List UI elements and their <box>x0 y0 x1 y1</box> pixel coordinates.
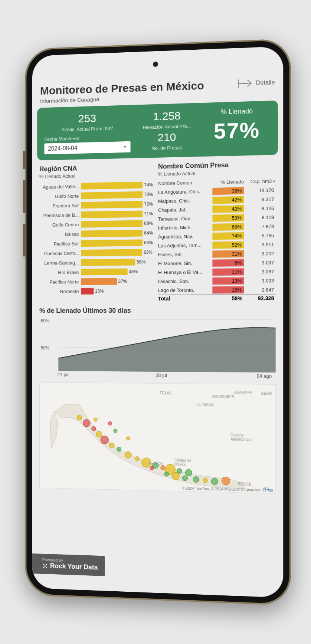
svg-point-12 <box>135 457 140 461</box>
region-pct: 73% <box>144 192 153 197</box>
presa-pct: 11% <box>212 268 244 276</box>
presa-pct: 18% <box>212 286 244 293</box>
region-bar <box>81 211 143 218</box>
trend-xtick-0: 21 jul <box>57 372 68 377</box>
region-row[interactable]: Cuencas Centr...63% <box>39 247 153 258</box>
presa-pct: 13% <box>212 277 244 285</box>
region-name: Pacífico Norte <box>39 279 81 285</box>
presa-pct: 74% <box>212 232 244 240</box>
region-row[interactable]: Balsas64% <box>39 228 153 239</box>
presa-total-pct: 58% <box>212 295 244 301</box>
svg-point-5 <box>83 420 90 427</box>
table-row[interactable]: Huites, Sin.31%3.202 <box>158 249 276 259</box>
presa-name: Malpaso, Chis. <box>158 197 212 204</box>
svg-point-19 <box>150 466 154 470</box>
table-row[interactable]: Lago de Toronto,18%2.847 <box>158 285 276 295</box>
region-name: Lerma-Santiag... <box>39 260 81 266</box>
svg-rect-34 <box>45 566 47 568</box>
region-row[interactable]: Lerma-Santiag...56% <box>39 257 153 267</box>
brand-icon <box>42 563 48 569</box>
map-terms-link[interactable]: Terms <box>263 488 273 493</box>
region-name: Frontera Sur <box>39 203 81 209</box>
region-chart: Región CNA % Llenado Actual Aguas del Va… <box>39 163 153 302</box>
kpi-presas-label: No. de Presas <box>134 144 200 151</box>
phone-screen: Monitoreo de Presas en México Informació… <box>32 46 283 598</box>
region-name: Pacífico Sur <box>39 241 81 247</box>
presa-pct: 69% <box>212 223 244 230</box>
svg-point-23 <box>193 476 199 482</box>
presa-pct: 52% <box>212 241 244 249</box>
svg-point-22 <box>182 476 187 481</box>
region-pct: 37% <box>118 279 127 284</box>
trend-xtick-1: 28 jul <box>156 372 167 378</box>
detail-button[interactable]: Detalle <box>238 77 275 89</box>
presa-col-pct[interactable]: % Llenado <box>212 179 244 185</box>
region-bar <box>81 239 143 247</box>
svg-point-20 <box>164 472 169 476</box>
region-pct: 64% <box>144 230 153 236</box>
trend-xtick-2: 04 ago <box>257 373 272 379</box>
table-row[interactable]: El Mahoné, Sin.6%3.097 <box>158 258 276 268</box>
presa-cap: 8.126 <box>244 205 275 211</box>
kpi-elev: 1.258 Elevación Actual Pro... <box>134 109 200 130</box>
trend-chart[interactable]: 60% 50% <box>39 316 276 373</box>
powered-by-badge[interactable]: Powered by Rock Your Data <box>32 553 105 576</box>
svg-point-26 <box>222 477 230 485</box>
presa-name: La Angostura, Chis. <box>158 188 212 195</box>
kpi-band: 253 Almac. Actual Prom. hm³ 1.258 Elevac… <box>37 101 278 161</box>
presa-cap: 5.785 <box>244 232 275 238</box>
presa-col-cap[interactable]: Cap. hm3 <box>244 178 275 185</box>
kpi-presas: 210 No. de Presas <box>134 130 200 152</box>
presa-pct: 42% <box>212 205 244 213</box>
region-row[interactable]: Pacífico Sur64% <box>39 238 153 249</box>
phone-volume-up <box>23 180 26 213</box>
presa-cap: 9.317 <box>244 196 275 203</box>
region-bar <box>81 249 142 256</box>
region-name: Río Bravo <box>39 269 81 275</box>
map-label-georgia: GEOR <box>261 391 272 395</box>
presa-pct: 42% <box>212 196 244 204</box>
region-name: Balsas <box>39 231 81 237</box>
svg-rect-32 <box>43 566 45 568</box>
region-row[interactable]: Golfo Centro68% <box>39 218 153 230</box>
table-row[interactable]: Las Adjuntas, Tam...52%3.911 <box>158 240 276 250</box>
region-row[interactable]: Noroeste13% <box>39 286 153 296</box>
presa-name: Chapala, Jal. <box>158 206 212 213</box>
presa-name: Las Adjuntas, Tam... <box>158 242 212 249</box>
table-row[interactable]: Oviachic, Son.13%3.023 <box>158 276 276 286</box>
region-name: Península de B... <box>39 212 81 218</box>
region-row[interactable]: Río Bravo48% <box>39 267 153 277</box>
phone-volume-down <box>23 224 26 256</box>
map-section: TEXAS ALABAMA MISSISSIPPI GEOR LUISIANA … <box>37 382 278 494</box>
svg-point-15 <box>161 466 165 470</box>
presa-cap: 3.023 <box>244 278 275 284</box>
region-bar <box>81 182 143 190</box>
presa-col-name[interactable]: Nombre Comun <box>158 180 212 186</box>
date-select[interactable] <box>44 141 130 154</box>
svg-line-0 <box>239 83 251 83</box>
svg-point-30 <box>94 418 98 421</box>
region-name: Aguas del Valle... <box>39 183 81 190</box>
presa-total-label: Total <box>158 295 212 302</box>
table-row[interactable]: El Humaya o El Va...11%3.087 <box>158 267 276 277</box>
presa-cap: 2.847 <box>244 287 275 293</box>
presa-total-cap: 92.328 <box>244 295 275 302</box>
map-canvas[interactable]: TEXAS ALABAMA MISSISSIPPI GEOR LUISIANA … <box>39 382 276 493</box>
trend-ytick-0: 60% <box>41 318 49 323</box>
region-pct: 48% <box>129 269 138 274</box>
svg-point-6 <box>92 427 96 431</box>
presa-pct: 31% <box>212 250 244 257</box>
region-bar <box>81 288 94 295</box>
region-row[interactable]: Pacífico Norte37% <box>39 276 153 287</box>
svg-rect-31 <box>45 564 47 565</box>
svg-point-11 <box>125 451 131 458</box>
detail-label: Detalle <box>256 79 275 86</box>
table-row[interactable]: Aguamilpa, Nay.74%5.785 <box>158 231 276 241</box>
phone-mute-switch <box>23 151 26 169</box>
region-bar <box>81 230 143 237</box>
region-pct: 63% <box>144 250 153 255</box>
presa-name: El Humaya o El Va... <box>158 269 212 275</box>
region-pct: 13% <box>95 289 104 294</box>
trend-section: % de Llenado Últimos 30 dias 60% 50% 21 … <box>37 306 278 379</box>
presa-name: Aguamilpa, Nay. <box>158 233 212 240</box>
